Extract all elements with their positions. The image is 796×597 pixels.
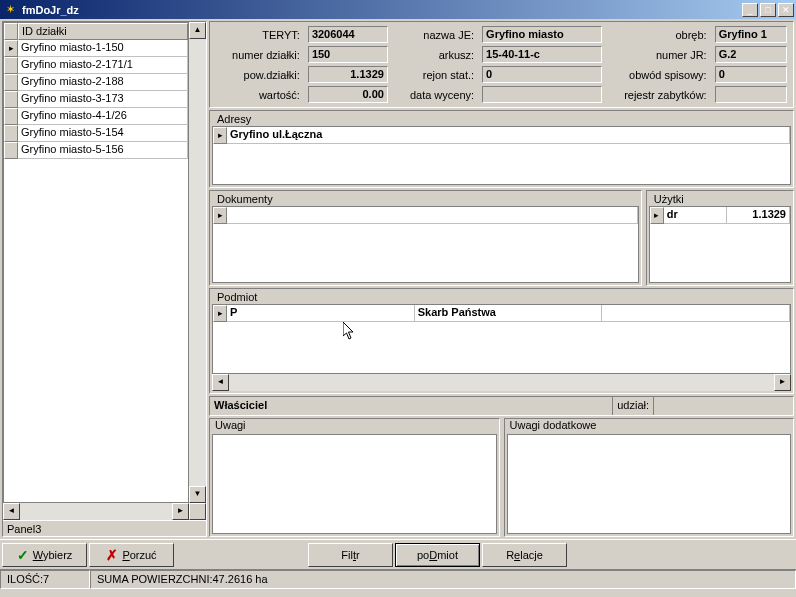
arkusz-value: 15-40-11-c — [482, 46, 602, 63]
uzytki-type: dr — [664, 207, 727, 224]
nazwaje-label: nazwa JE: — [394, 29, 476, 41]
parcel-info-panel: TERYT: 3206044 nazwa JE: Gryfino miasto … — [209, 21, 794, 108]
table-row[interactable]: ▸Gryfino miasto-1-150 — [4, 40, 188, 57]
button-bar: ✓ WWybierzybierz ✗ Porzuć Filtr poDmiot … — [0, 539, 796, 569]
window-buttons: _ □ ✕ — [740, 3, 794, 17]
teryt-value: 3206044 — [308, 26, 388, 43]
vertical-scrollbar[interactable]: ▲ ▼ — [189, 22, 206, 503]
podmiot-fieldset: Podmiot ▸ P Skarb Państwa ◄ ► — [209, 288, 794, 394]
numer-dzialki-label: numer działki: — [216, 49, 302, 61]
app-icon: ✶ — [2, 2, 18, 18]
rejon-stat-label: rejon stat.: — [394, 69, 476, 81]
podmiot-scrollbar[interactable]: ◄ ► — [212, 374, 791, 391]
scroll-right-icon[interactable]: ► — [774, 374, 791, 391]
scroll-down-icon[interactable]: ▼ — [189, 486, 206, 503]
dokumenty-grid[interactable]: ▸ — [212, 206, 639, 283]
close-button[interactable]: ✕ — [778, 3, 794, 17]
arkusz-label: arkusz: — [394, 49, 476, 61]
minimize-button[interactable]: _ — [742, 3, 758, 17]
uzytki-label: Użytki — [651, 193, 791, 205]
podmiot-name: Skarb Państwa — [415, 305, 603, 322]
uzytki-area: 1.1329 — [727, 207, 790, 224]
data-wyceny-value — [482, 86, 602, 103]
uwagi-textarea[interactable] — [212, 434, 497, 534]
table-row[interactable]: Gryfino miasto-5-156 — [4, 142, 188, 159]
horizontal-scrollbar[interactable]: ◄ ► — [3, 503, 206, 520]
relacje-button[interactable]: Relacje — [482, 543, 567, 567]
panel3-label: Panel3 — [3, 520, 206, 536]
wybierz-button[interactable]: ✓ WWybierzybierz — [2, 543, 87, 567]
obreb-label: obręb: — [608, 29, 709, 41]
uwagi-dodatkowe-textarea[interactable] — [507, 434, 792, 534]
adresy-label: Adresy — [214, 113, 791, 125]
obwod-label: obwód spisowy: — [608, 69, 709, 81]
obwod-value: 0 — [715, 66, 787, 83]
porzuc-button[interactable]: ✗ Porzuć — [89, 543, 174, 567]
numerjr-label: numer JR: — [608, 49, 709, 61]
grid-corner — [4, 23, 18, 40]
table-row[interactable]: Gryfino miasto-3-173 — [4, 91, 188, 108]
check-icon: ✓ — [17, 547, 29, 563]
x-icon: ✗ — [106, 547, 118, 563]
wlasciciel-row: Właściciel udział: — [209, 396, 794, 416]
title-bar: ✶ fmDoJr_dz _ □ ✕ — [0, 0, 796, 19]
left-panel: ID działki ▸Gryfino miasto-1-150 Gryfino… — [2, 21, 207, 537]
pow-dzialki-label: pow.działki: — [216, 69, 302, 81]
nazwaje-value: Gryfino miasto — [482, 26, 602, 43]
dokumenty-row — [227, 207, 638, 224]
filtr-button[interactable]: Filtr — [308, 543, 393, 567]
uzytki-grid[interactable]: ▸ dr 1.1329 — [649, 206, 791, 283]
data-wyceny-label: data wyceny: — [394, 89, 476, 101]
dokumenty-fieldset: Dokumenty ▸ — [209, 190, 642, 286]
podmiot-type: P — [227, 305, 415, 322]
table-row[interactable]: Gryfino miasto-2-188 — [4, 74, 188, 91]
adresy-grid[interactable]: ▸ Gryfino ul.Łączna — [212, 126, 791, 185]
obreb-value: Gryfino 1 — [715, 26, 787, 43]
scroll-right-icon[interactable]: ► — [172, 503, 189, 520]
parcel-list-grid[interactable]: ID działki ▸Gryfino miasto-1-150 Gryfino… — [3, 22, 189, 503]
right-panel: TERYT: 3206044 nazwa JE: Gryfino miasto … — [209, 21, 794, 537]
pow-dzialki-value: 1.1329 — [308, 66, 388, 83]
wartosc-label: wartość: — [216, 89, 302, 101]
rejon-stat-value: 0 — [482, 66, 602, 83]
status-sum: SUMA POWIERZCHNI:47.2616 ha — [90, 570, 796, 589]
rejestr-label: rejestr zabytków: — [608, 89, 709, 101]
teryt-label: TERYT: — [216, 29, 302, 41]
status-count: ILOŚĆ:7 — [0, 570, 90, 589]
maximize-button[interactable]: □ — [760, 3, 776, 17]
udzial-value — [653, 397, 793, 415]
uwagi-fieldset: Uwagi — [209, 418, 500, 537]
numerjr-value: G.2 — [715, 46, 787, 63]
podmiot-grid[interactable]: ▸ P Skarb Państwa — [212, 304, 791, 374]
numer-dzialki-value: 150 — [308, 46, 388, 63]
scroll-left-icon[interactable]: ◄ — [212, 374, 229, 391]
podmiot-label: Podmiot — [214, 291, 791, 303]
table-row[interactable]: Gryfino miasto-5-154 — [4, 125, 188, 142]
udzial-label: udział: — [613, 397, 653, 415]
column-header-id[interactable]: ID działki — [18, 23, 188, 40]
table-row[interactable]: Gryfino miasto-2-171/1 — [4, 57, 188, 74]
uzytki-fieldset: Użytki ▸ dr 1.1329 — [646, 190, 794, 286]
podmiot-button[interactable]: poDmiot — [395, 543, 480, 567]
status-bar: ILOŚĆ:7 SUMA POWIERZCHNI:47.2616 ha — [0, 569, 796, 589]
adresy-fieldset: Adresy ▸ Gryfino ul.Łączna — [209, 110, 794, 188]
adresy-row: Gryfino ul.Łączna — [227, 127, 790, 144]
wlasciciel-label: Właściciel — [210, 397, 613, 415]
wartosc-value: 0.00 — [308, 86, 388, 103]
window-title: fmDoJr_dz — [22, 4, 740, 16]
rejestr-value — [715, 86, 787, 103]
scroll-up-icon[interactable]: ▲ — [189, 22, 206, 39]
uwagi-label: Uwagi — [212, 419, 499, 431]
table-row[interactable]: Gryfino miasto-4-1/26 — [4, 108, 188, 125]
dokumenty-label: Dokumenty — [214, 193, 639, 205]
scroll-left-icon[interactable]: ◄ — [3, 503, 20, 520]
uwagi-dodatkowe-fieldset: Uwagi dodatkowe — [504, 418, 795, 537]
uwagi-dodatkowe-label: Uwagi dodatkowe — [507, 419, 794, 431]
